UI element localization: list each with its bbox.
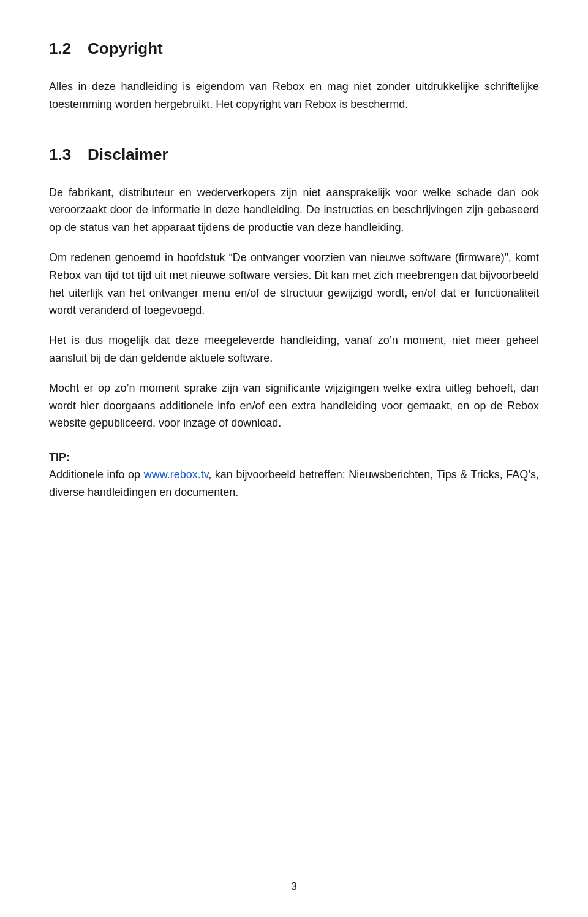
copyright-body: Alles in deze handleiding is eigendom va…: [49, 78, 539, 113]
tip-block: TIP: Additionele info op www.rebox.tv, k…: [49, 449, 539, 501]
disclaimer-paragraph4: Mocht er op zo’n moment sprake zijn van …: [49, 379, 539, 432]
disclaimer-heading: 1.3 Disclaimer: [49, 143, 539, 167]
copyright-heading: 1.2 Copyright: [49, 37, 539, 61]
disclaimer-paragraph1: De fabrikant, distributeur en wederverko…: [49, 184, 539, 237]
page: 1.2 Copyright Alles in deze handleiding …: [0, 0, 588, 917]
disclaimer-body: De fabrikant, distributeur en wederverko…: [49, 184, 539, 501]
disclaimer-section-title: Disclaimer: [88, 143, 168, 167]
copyright-paragraph1: Alles in deze handleiding is eigendom va…: [49, 78, 539, 113]
copyright-section-title: Copyright: [88, 37, 163, 61]
rebox-link[interactable]: www.rebox.tv: [144, 468, 209, 481]
disclaimer-section: 1.3 Disclaimer De fabrikant, distributeu…: [49, 143, 539, 501]
disclaimer-paragraph3: Het is dus mogelijk dat deze meegeleverd…: [49, 332, 539, 367]
tip-text-before-link: Additionele info op: [49, 468, 144, 481]
disclaimer-section-number: 1.3: [49, 143, 77, 167]
page-number: 3: [291, 878, 297, 895]
tip-label: TIP:: [49, 451, 70, 463]
copyright-section-number: 1.2: [49, 37, 77, 61]
tip-text: Additionele info op www.rebox.tv, kan bi…: [49, 468, 539, 498]
disclaimer-paragraph2: Om redenen genoemd in hoofdstuk “De ontv…: [49, 249, 539, 319]
